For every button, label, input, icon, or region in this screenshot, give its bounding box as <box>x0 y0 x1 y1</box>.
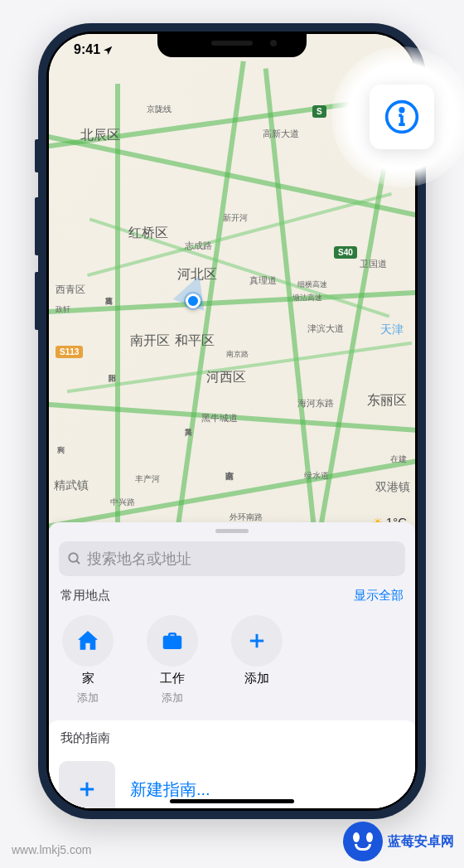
map-road-label: 外环南路 <box>230 512 263 523</box>
highway-badge: S40 <box>334 246 357 259</box>
map-road-label: 京陇线 <box>147 104 172 115</box>
brand-watermark: 蓝莓安卓网 <box>343 822 454 861</box>
map-road-label: 塘沽高速 <box>292 293 322 303</box>
favorite-sublabel: 添加 <box>162 691 183 706</box>
notch <box>157 34 307 57</box>
info-button-callout <box>331 46 464 187</box>
map-road-label: 黑牛城道 <box>201 412 238 424</box>
guides-title: 我的指南 <box>49 720 415 749</box>
search-field[interactable]: 搜索地名或地址 <box>59 541 405 576</box>
highway-badge: S <box>312 105 326 118</box>
briefcase-icon <box>160 628 185 653</box>
favorite-add[interactable]: 添加 <box>231 615 283 706</box>
search-icon <box>67 551 82 566</box>
district-label: 南开区 <box>130 332 170 350</box>
district-label: 东丽区 <box>367 392 407 410</box>
map-road-label: 细横高速 <box>297 279 327 290</box>
district-label: 北辰区 <box>80 127 120 144</box>
map-road-label: 天津 <box>380 322 404 337</box>
district-label: 河西区 <box>206 369 246 386</box>
home-indicator[interactable] <box>170 799 294 803</box>
district-label: 红桥区 <box>128 225 168 242</box>
brand-logo-icon <box>343 822 383 861</box>
map-road-label: 真理道 <box>249 274 277 287</box>
favorite-home[interactable]: 家 添加 <box>62 615 114 706</box>
search-placeholder: 搜索地名或地址 <box>87 549 397 569</box>
svg-point-0 <box>69 553 78 562</box>
favorites-title: 常用地点 <box>60 588 110 604</box>
favorites-row: 家 添加 工作 添加 添加 <box>59 615 405 706</box>
location-services-icon <box>103 45 114 56</box>
map-road-label: 中兴路 <box>110 497 135 508</box>
map-road-label: 在建 <box>390 453 407 465</box>
favorite-label: 添加 <box>244 671 269 686</box>
district-label: 精武镇 <box>54 478 89 493</box>
user-location-dot <box>186 293 201 308</box>
map-road-label: 卫国道 <box>360 258 387 270</box>
map-road-label: 南京路 <box>226 349 249 360</box>
map-road-label: 绿水道 <box>304 470 329 482</box>
map-road-label: 志成路 <box>185 240 212 252</box>
map-road-label: 津滨大道 <box>307 322 344 335</box>
status-bar: 9:41 <box>74 42 114 57</box>
highway-badge: S113 <box>56 346 83 358</box>
status-time: 9:41 <box>74 42 100 57</box>
bottom-sheet[interactable]: 搜索地名或地址 常用地点 显示全部 家 添加 <box>49 522 415 808</box>
map-road-label: 海河东路 <box>297 397 334 410</box>
district-label: 双港镇 <box>375 480 410 495</box>
map-road-label: 新开河 <box>223 212 248 224</box>
plus-icon <box>245 629 268 652</box>
favorite-label: 工作 <box>160 671 185 686</box>
svg-point-8 <box>400 109 404 112</box>
plus-icon <box>75 778 99 801</box>
favorites-show-all[interactable]: 显示全部 <box>354 588 404 604</box>
map-info-button[interactable] <box>370 85 434 149</box>
sheet-grabber[interactable] <box>215 529 249 533</box>
district-label: 西青区 <box>56 283 85 297</box>
info-icon <box>384 99 420 135</box>
brand-text: 蓝莓安卓网 <box>388 833 454 851</box>
map-road-label: 高新大道 <box>263 128 299 140</box>
source-watermark: www.lmkj5.com <box>12 843 91 856</box>
svg-line-1 <box>76 560 80 564</box>
create-guide-label: 新建指南... <box>130 778 210 801</box>
favorite-work[interactable]: 工作 添加 <box>147 615 198 706</box>
map-road-label: 丰产河 <box>135 473 160 485</box>
favorite-sublabel: 添加 <box>77 691 99 706</box>
district-label: 和平区 <box>175 332 215 350</box>
favorite-label: 家 <box>82 671 94 686</box>
map-road-label: 政轩 <box>56 304 70 315</box>
home-icon <box>75 628 101 654</box>
